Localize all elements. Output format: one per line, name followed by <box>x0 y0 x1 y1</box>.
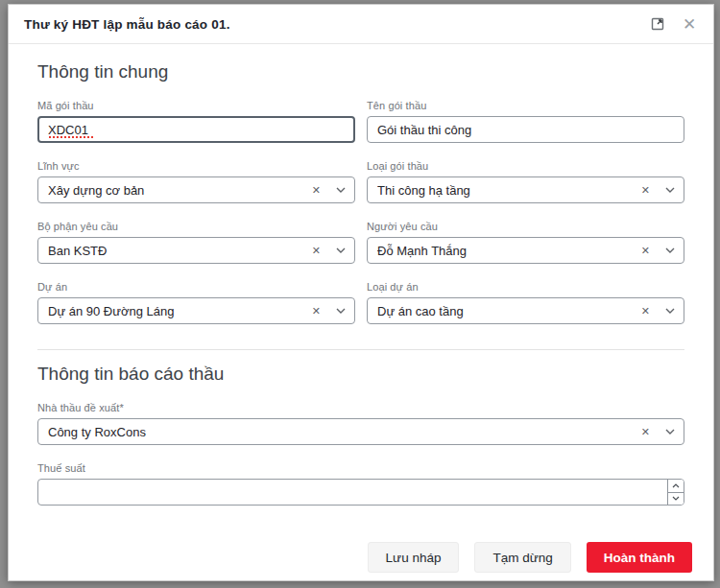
thue-suat-input[interactable] <box>37 479 684 506</box>
chevron-down-icon[interactable] <box>665 429 675 435</box>
linh-vuc-value: Xây dựng cơ bản <box>48 183 312 198</box>
thue-suat-number-wrap <box>37 479 684 506</box>
field-ten-goi-thau: Tên gói thầu <box>367 100 684 143</box>
ma-goi-thau-label: Mã gói thầu <box>37 100 355 111</box>
nha-thau-de-xuat-select[interactable]: Công ty RoxCons ✕ <box>37 418 684 445</box>
bo-phan-yeu-cau-value: Ban KSTĐ <box>48 244 312 258</box>
spinner-down-icon[interactable] <box>668 492 684 506</box>
dialog-body: Thông tin chung Mã gói thầu Tên gói thầu… <box>9 44 713 506</box>
pause-button[interactable]: Tạm dừng <box>474 542 570 573</box>
section-heading-report: Thông tin báo cáo thầu <box>37 364 684 385</box>
clear-icon[interactable]: ✕ <box>312 185 321 196</box>
dialog-header: Thư ký HĐT lập mẫu báo cáo 01. ✕ <box>9 5 713 44</box>
nha-thau-de-xuat-value: Công ty RoxCons <box>48 425 641 439</box>
dialog-title: Thư ký HĐT lập mẫu báo cáo 01. <box>24 17 230 32</box>
field-nguoi-yeu-cau: Người yêu cầu Đỗ Mạnh Thắng ✕ <box>367 221 684 264</box>
field-du-an: Dự án Dự án 90 Đường Láng ✕ <box>37 281 355 324</box>
close-icon[interactable]: ✕ <box>681 15 698 33</box>
spinner-up-icon[interactable] <box>668 480 684 492</box>
clear-icon[interactable]: ✕ <box>312 306 321 317</box>
clear-icon[interactable]: ✕ <box>641 185 650 196</box>
nguoi-yeu-cau-value: Đỗ Mạnh Thắng <box>377 244 641 258</box>
du-an-label: Dự án <box>37 281 355 293</box>
expand-icon[interactable] <box>649 15 666 33</box>
loai-goi-thau-label: Loại gói thầu <box>367 160 684 172</box>
clear-icon[interactable]: ✕ <box>641 427 650 437</box>
loai-goi-thau-value: Thi công hạ tầng <box>377 183 641 198</box>
bo-phan-yeu-cau-label: Bộ phận yêu cầu <box>37 221 355 232</box>
clear-icon[interactable]: ✕ <box>312 246 321 256</box>
ma-goi-thau-input[interactable] <box>37 116 355 143</box>
chevron-down-icon[interactable] <box>665 247 675 253</box>
dialog-footer: Lưu nháp Tạm dừng Hoàn thành <box>9 542 713 573</box>
chevron-down-icon[interactable] <box>336 247 346 253</box>
thue-suat-label: Thuế suất <box>37 462 684 474</box>
clear-icon[interactable]: ✕ <box>641 306 650 317</box>
linh-vuc-select[interactable]: Xây dựng cơ bản ✕ <box>37 176 355 203</box>
report-template-dialog: Thư ký HĐT lập mẫu báo cáo 01. ✕ Thông t… <box>8 4 714 581</box>
number-spinner <box>667 480 684 505</box>
dialog-header-actions: ✕ <box>649 15 698 33</box>
section-divider <box>37 349 684 350</box>
general-form-grid: Mã gói thầu Tên gói thầu Lĩnh vực Xây dự… <box>37 82 684 324</box>
field-linh-vuc: Lĩnh vực Xây dựng cơ bản ✕ <box>37 160 355 203</box>
chevron-down-icon[interactable] <box>336 187 346 193</box>
field-loai-du-an: Loại dự án Dự án cao tầng ✕ <box>367 281 684 324</box>
loai-du-an-value: Dự án cao tầng <box>377 304 641 318</box>
ten-goi-thau-label: Tên gói thầu <box>367 100 684 111</box>
field-nha-thau-de-xuat: Nhà thầu đề xuất* Công ty RoxCons ✕ <box>37 402 684 445</box>
chevron-down-icon[interactable] <box>665 187 675 193</box>
loai-goi-thau-select[interactable]: Thi công hạ tầng ✕ <box>367 176 684 203</box>
nguoi-yeu-cau-select[interactable]: Đỗ Mạnh Thắng ✕ <box>367 237 684 264</box>
ten-goi-thau-input[interactable] <box>367 116 684 143</box>
chevron-down-icon[interactable] <box>336 308 346 314</box>
du-an-value: Dự án 90 Đường Láng <box>48 304 312 318</box>
field-bo-phan-yeu-cau: Bộ phận yêu cầu Ban KSTĐ ✕ <box>37 221 355 264</box>
field-ma-goi-thau: Mã gói thầu <box>37 100 355 143</box>
clear-icon[interactable]: ✕ <box>641 246 650 256</box>
nguoi-yeu-cau-label: Người yêu cầu <box>367 221 684 232</box>
field-thue-suat: Thuế suất <box>37 462 684 506</box>
loai-du-an-label: Loại dự án <box>367 281 684 293</box>
section-heading-general: Thông tin chung <box>37 61 684 82</box>
field-loai-goi-thau: Loại gói thầu Thi công hạ tầng ✕ <box>367 160 684 203</box>
complete-button[interactable]: Hoàn thành <box>587 542 692 573</box>
chevron-down-icon[interactable] <box>665 308 675 314</box>
save-draft-button[interactable]: Lưu nháp <box>368 542 460 573</box>
loai-du-an-select[interactable]: Dự án cao tầng ✕ <box>367 297 684 324</box>
bo-phan-yeu-cau-select[interactable]: Ban KSTĐ ✕ <box>37 237 355 264</box>
linh-vuc-label: Lĩnh vực <box>37 160 355 172</box>
nha-thau-de-xuat-label: Nhà thầu đề xuất* <box>37 402 684 413</box>
du-an-select[interactable]: Dự án 90 Đường Láng ✕ <box>37 297 355 324</box>
